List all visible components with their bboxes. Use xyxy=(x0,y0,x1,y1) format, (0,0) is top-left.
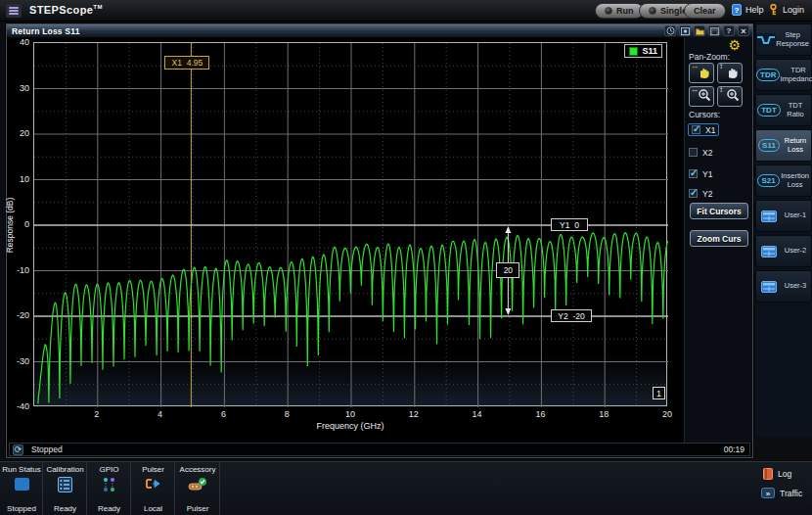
tab-label: User-1 xyxy=(782,211,811,220)
tab-user-3[interactable]: User-3 xyxy=(755,270,812,303)
checkbox-label: Y1 xyxy=(702,169,712,179)
help-icon[interactable]: ? xyxy=(723,25,735,36)
return-loss-window: Return Loss S11 ?× X1 4.95Y1 0Y2 -20201S… xyxy=(6,23,753,458)
plot-page-badge[interactable]: 1 xyxy=(653,387,665,399)
user-window-icon xyxy=(756,211,782,222)
clear-button[interactable]: Clear xyxy=(684,3,726,19)
step-response-icon xyxy=(756,33,776,46)
elapsed-time: 00:19 xyxy=(724,445,744,454)
x-tick-label: 12 xyxy=(404,409,424,419)
user-window-icon xyxy=(756,246,782,258)
tab-label: StepResponse xyxy=(776,31,811,48)
pan-horizontal-button[interactable]: ↔ xyxy=(689,63,714,83)
y-tick-label: -30 xyxy=(10,356,29,366)
tab-insertion-loss[interactable]: S21InsertionLoss xyxy=(755,164,812,197)
tab-label: TDRImpedance xyxy=(780,67,812,83)
s11-plot[interactable]: X1 4.95Y1 0Y2 -20201S11 xyxy=(33,42,667,406)
y1-cursor-readout[interactable]: Y1 0 xyxy=(551,218,588,231)
x-tick-label: 10 xyxy=(340,409,360,419)
x-tick-label: 4 xyxy=(151,409,170,419)
zoom-horizontal-button[interactable]: ↔ xyxy=(689,86,714,107)
app-title: STEPScopeTM xyxy=(29,4,103,16)
zoom-horizontal-icon xyxy=(697,88,712,106)
refresh-icon: ⟳ xyxy=(13,445,23,455)
plot-control-panel: ⚙ Pan-Zoom: ↔↕↔↕ Cursors: ✓X1X2✓Y1✓Y2 Fi… xyxy=(684,37,752,443)
cursor-checkbox-y2[interactable]: ✓Y2 xyxy=(689,187,712,200)
key-icon xyxy=(768,4,779,16)
cursor-checkbox-x2[interactable]: X2 xyxy=(689,146,712,159)
hardware-dock: Run StatusStoppedCalibrationReadyGPIORea… xyxy=(0,461,812,515)
zoom-vertical-button[interactable]: ↕ xyxy=(717,86,743,107)
svg-text:?: ? xyxy=(735,6,740,15)
cursor-checkbox-y1[interactable]: ✓Y1 xyxy=(689,167,712,180)
pan-vertical-icon xyxy=(725,65,741,82)
hamburger-icon[interactable] xyxy=(6,4,22,18)
measurement-tabs: StepResponseTDRTDRImpedanceTDTTDT RatioS… xyxy=(755,23,812,437)
run-led xyxy=(605,7,612,15)
save-icon[interactable] xyxy=(708,25,720,36)
dock-section-run-status: Run StatusStopped xyxy=(1,462,43,515)
dock-section-calibration: CalibrationReady xyxy=(44,462,87,515)
cursor-checkbox-x1[interactable]: ✓X1 xyxy=(688,123,719,136)
user-window-icon xyxy=(756,281,782,293)
vertical-arrows-icon: ↕ xyxy=(719,85,723,94)
tab-tdr-impedance[interactable]: TDRTDRImpedance xyxy=(755,59,812,91)
tab-label: User-3 xyxy=(782,282,811,291)
checkbox-checked: ✓ xyxy=(692,125,700,134)
x-axis-label: Frequency (GHz) xyxy=(33,421,667,431)
tab-step-response[interactable]: StepResponse xyxy=(755,23,812,56)
dock-section-accessory: AccessoryPulser xyxy=(176,462,220,515)
dock-section-gpio: GPIOReady xyxy=(88,462,131,515)
gear-icon[interactable]: ⚙ xyxy=(728,37,741,53)
pan-vertical-button[interactable]: ↕ xyxy=(717,63,743,83)
y-tick-label: -10 xyxy=(10,265,29,275)
log-book-icon xyxy=(763,468,773,480)
accessory-icon xyxy=(176,477,219,492)
folder-icon[interactable] xyxy=(694,25,705,36)
dock-section-title: Pulser xyxy=(132,465,174,474)
clock-icon[interactable] xyxy=(664,25,676,36)
tab-user-1[interactable]: User-1 xyxy=(755,200,812,232)
badge-s11-icon: S11 xyxy=(756,139,782,152)
tab-return-loss[interactable]: S11ReturnLoss xyxy=(755,129,812,162)
dock-section-value: Pulser xyxy=(176,504,219,513)
dock-section-value: Stopped xyxy=(1,504,42,513)
tab-label: TDT Ratio xyxy=(782,102,811,118)
x-tick-label: 18 xyxy=(594,409,613,419)
y-tick-label: -40 xyxy=(10,401,29,411)
log-button[interactable]: Log xyxy=(763,468,791,480)
run-button[interactable]: Run xyxy=(595,3,644,19)
login-button[interactable]: Login xyxy=(768,4,804,16)
tab-tdt-ratio[interactable]: TDTTDT Ratio xyxy=(755,94,812,126)
traffic-icon: » xyxy=(761,488,775,498)
tab-user-2[interactable]: User-2 xyxy=(755,235,812,267)
svg-text:»: » xyxy=(766,490,771,498)
traffic-button[interactable]: » Traffic xyxy=(761,488,802,498)
fit-cursors-button[interactable]: Fit Cursors xyxy=(690,203,748,219)
y-tick-label: -20 xyxy=(10,310,29,320)
dock-section-title: Run Status xyxy=(1,465,42,474)
app-screen: STEPScopeTM Run Single Clear ? Help Logi… xyxy=(0,0,812,515)
cursors-label: Cursors: xyxy=(689,110,720,119)
help-icon: ? xyxy=(732,4,742,16)
plot-window-content: X1 4.95Y1 0Y2 -20201S11 Frequency (GHz) … xyxy=(7,37,752,443)
help-button[interactable]: ? Help xyxy=(732,4,764,16)
badge-tdr-icon: TDR xyxy=(756,69,780,81)
x-tick-label: 16 xyxy=(530,409,550,419)
zoom-cursors-button[interactable]: Zoom Curs xyxy=(690,230,748,247)
snapshot-icon[interactable] xyxy=(679,25,691,36)
pan-zoom-label: Pan-Zoom: xyxy=(689,52,730,62)
x1-cursor-readout[interactable]: X1 4.95 xyxy=(164,56,209,70)
window-title: Return Loss S11 xyxy=(7,26,80,36)
x-tick-label: 14 xyxy=(468,409,487,419)
x-tick-label: 2 xyxy=(87,409,107,419)
close-icon[interactable]: × xyxy=(738,25,749,36)
y2-cursor-readout[interactable]: Y2 -20 xyxy=(551,309,592,322)
single-led xyxy=(649,7,656,15)
cursor-delta-readout[interactable]: 20 xyxy=(496,262,519,278)
badge-s21-icon: S21 xyxy=(756,174,781,187)
window-titlebar[interactable]: Return Loss S11 ?× xyxy=(7,24,752,37)
run-state-text: Stopped xyxy=(31,445,63,454)
legend-swatch-s11 xyxy=(629,47,638,56)
tab-label: User-2 xyxy=(782,247,811,256)
